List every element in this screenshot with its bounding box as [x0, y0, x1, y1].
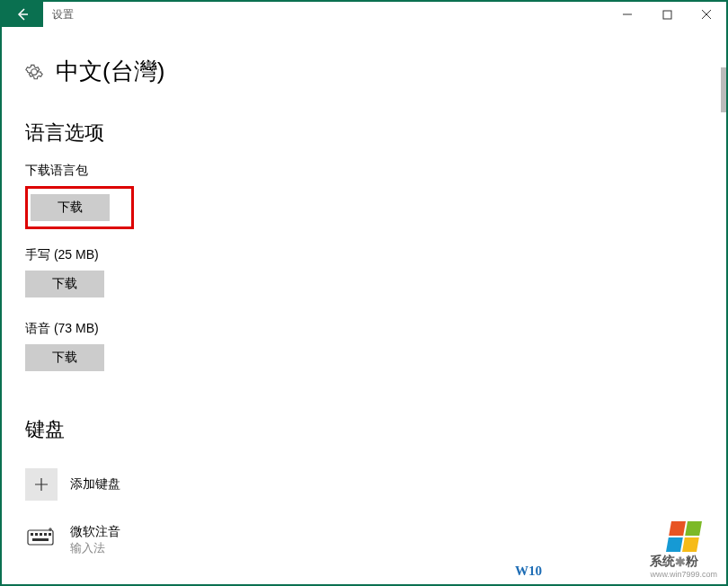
- ime-name: 微软注音: [70, 524, 120, 540]
- language-options-heading: 语言选项: [25, 120, 703, 146]
- ime-row[interactable]: 微软注音 输入法: [25, 524, 703, 556]
- gear-icon: [25, 63, 43, 81]
- watermark-brand: 系统✱粉: [650, 554, 717, 570]
- back-arrow-icon: [15, 7, 30, 22]
- add-keyboard-label: 添加键盘: [70, 476, 120, 493]
- download-language-pack-button[interactable]: 下载: [31, 194, 110, 221]
- download-speech-button[interactable]: 下载: [25, 344, 104, 371]
- content-area: 中文(台灣) 语言选项 下载语言包 下载 手写 (25 MB) 下载 语音 (7…: [2, 27, 726, 584]
- ime-text: 微软注音 输入法: [70, 524, 120, 556]
- speech-label: 语音 (73 MB): [25, 321, 703, 337]
- window-title: 设置: [52, 7, 74, 22]
- download-handwriting-button[interactable]: 下载: [25, 271, 104, 297]
- handwriting-label: 手写 (25 MB): [25, 247, 703, 263]
- highlighted-download: 下载: [25, 186, 134, 229]
- titlebar: 设置: [2, 2, 726, 27]
- svg-rect-2: [31, 533, 33, 536]
- window-controls: [608, 2, 726, 27]
- page-title: 中文(台灣): [56, 56, 164, 87]
- minimize-button[interactable]: [608, 2, 647, 27]
- watermark-text: W10: [515, 564, 542, 579]
- keyboard-heading: 键盘: [25, 416, 703, 443]
- svg-rect-1: [28, 530, 53, 545]
- svg-rect-5: [44, 533, 47, 536]
- page-header: 中文(台灣): [25, 56, 703, 87]
- svg-rect-3: [35, 533, 38, 536]
- language-pack-label: 下载语言包: [25, 163, 703, 179]
- ime-sub: 输入法: [70, 540, 120, 556]
- svg-rect-4: [40, 533, 42, 536]
- watermark-logo: 系统✱粉 www.win7999.com: [650, 521, 717, 579]
- svg-rect-7: [32, 538, 49, 541]
- add-keyboard-row[interactable]: 添加键盘: [25, 468, 703, 501]
- back-button[interactable]: [2, 2, 43, 27]
- keyboard-icon: [25, 524, 58, 549]
- svg-rect-0: [663, 11, 671, 19]
- plus-icon: [34, 477, 49, 492]
- maximize-button[interactable]: [647, 2, 687, 27]
- watermark-url: www.win7999.com: [650, 570, 717, 579]
- add-keyboard-button[interactable]: [25, 468, 58, 501]
- scrollbar[interactable]: [721, 67, 726, 112]
- close-button[interactable]: [687, 2, 726, 27]
- svg-rect-6: [49, 533, 51, 536]
- windows-logo-icon: [666, 521, 702, 552]
